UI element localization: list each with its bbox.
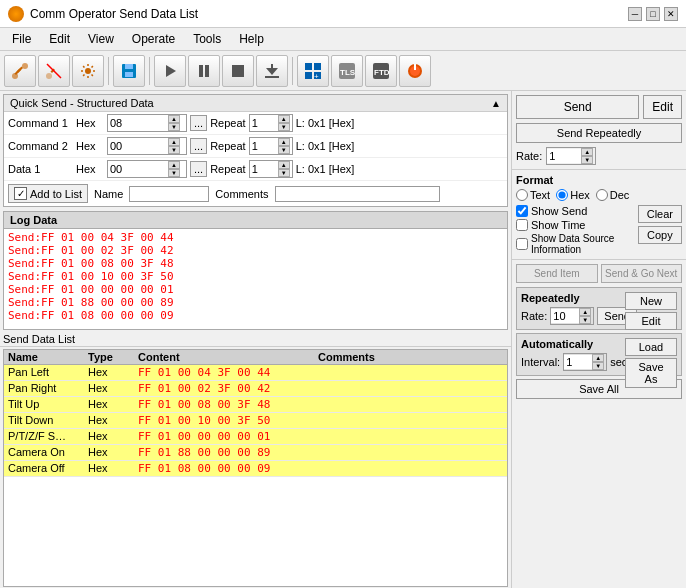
toolbar-tls-btn[interactable]: TLS xyxy=(331,55,363,87)
rep-rate-input[interactable] xyxy=(551,309,579,323)
format-text-input[interactable] xyxy=(516,189,528,201)
rate-field[interactable]: ▲ ▼ xyxy=(546,147,596,165)
menu-edit[interactable]: Edit xyxy=(41,30,78,48)
interval-input[interactable] xyxy=(564,355,592,369)
toolbar-pause-btn[interactable] xyxy=(188,55,220,87)
send-item-button[interactable]: Send Item xyxy=(516,264,598,283)
show-send-checkbox[interactable] xyxy=(516,205,528,217)
cmd2-hex-field[interactable]: ▲ ▼ xyxy=(107,137,187,155)
data1-dots-btn[interactable]: ... xyxy=(190,161,207,177)
dl-name: Tilt Down xyxy=(8,414,88,427)
toolbar-stop-btn[interactable] xyxy=(222,55,254,87)
copy-button[interactable]: Copy xyxy=(638,226,682,244)
add-to-list-checkbox[interactable]: ✓ xyxy=(14,187,27,200)
toolbar-grid-btn[interactable]: + xyxy=(297,55,329,87)
data1-repeat-field[interactable]: ▲ ▼ xyxy=(249,160,293,178)
cmd1-hex-field[interactable]: ▲ ▼ xyxy=(107,114,187,132)
data1-hex-field[interactable]: ▲ ▼ xyxy=(107,160,187,178)
show-time-checkbox[interactable] xyxy=(516,219,528,231)
clear-button[interactable]: Clear xyxy=(638,205,682,223)
data1-repeat-down[interactable]: ▼ xyxy=(278,169,290,177)
save-as-button[interactable]: Save As xyxy=(625,358,677,388)
edit-button[interactable]: Edit xyxy=(643,95,682,119)
cmd1-repeat-up[interactable]: ▲ xyxy=(278,115,290,123)
data1-spin-up[interactable]: ▲ xyxy=(168,161,180,169)
bottom-edit-button[interactable]: Edit xyxy=(625,312,677,330)
log-content[interactable]: Send:FF 01 00 04 3F 00 44 Send:FF 01 00 … xyxy=(4,229,507,329)
toolbar-link-btn[interactable] xyxy=(4,55,36,87)
data1-input[interactable] xyxy=(108,162,168,176)
format-text-radio[interactable]: Text xyxy=(516,189,550,201)
send-repeatedly-button[interactable]: Send Repeatedly xyxy=(516,123,682,143)
toolbar-save-btn[interactable] xyxy=(113,55,145,87)
cmd2-repeat-down[interactable]: ▼ xyxy=(278,146,290,154)
menu-tools[interactable]: Tools xyxy=(185,30,229,48)
cmd1-repeat-down[interactable]: ▼ xyxy=(278,123,290,131)
comments-input[interactable] xyxy=(275,186,440,202)
cmd1-dots-btn[interactable]: ... xyxy=(190,115,207,131)
toolbar-power-btn[interactable] xyxy=(399,55,431,87)
send-go-next-button[interactable]: Send & Go Next xyxy=(601,264,683,283)
svg-point-4 xyxy=(85,68,91,74)
sd-scroll-up[interactable]: ▲ xyxy=(491,98,501,109)
load-button[interactable]: Load xyxy=(625,338,677,356)
cmd2-input[interactable] xyxy=(108,139,168,153)
data1-spin-down[interactable]: ▼ xyxy=(168,169,180,177)
menu-help[interactable]: Help xyxy=(231,30,272,48)
cmd1-input[interactable] xyxy=(108,116,168,130)
add-to-list-button[interactable]: ✓ Add to List xyxy=(8,184,88,203)
minimize-button[interactable]: ─ xyxy=(628,7,642,21)
list-item[interactable]: Pan Left Hex FF 01 00 04 3F 00 44 xyxy=(4,365,507,381)
format-hex-radio[interactable]: Hex xyxy=(556,189,590,201)
menu-file[interactable]: File xyxy=(4,30,39,48)
data1-repeat-input[interactable] xyxy=(250,162,278,176)
list-item[interactable]: P/T/Z/F S… Hex FF 01 00 00 00 00 01 xyxy=(4,429,507,445)
rate-spin-up[interactable]: ▲ xyxy=(581,148,593,156)
cmd1-spin-down[interactable]: ▼ xyxy=(168,123,180,131)
name-input[interactable] xyxy=(129,186,209,202)
cmd2-spin-down[interactable]: ▼ xyxy=(168,146,180,154)
show-data-source-checkbox[interactable] xyxy=(516,238,528,250)
rate-input[interactable] xyxy=(547,149,581,163)
menu-operate[interactable]: Operate xyxy=(124,30,183,48)
cmd1-repeat-field[interactable]: ▲ ▼ xyxy=(249,114,293,132)
toolbar-settings-btn[interactable] xyxy=(72,55,104,87)
toolbar-download-btn[interactable] xyxy=(256,55,288,87)
list-item[interactable]: Tilt Down Hex FF 01 00 10 00 3F 50 xyxy=(4,413,507,429)
cmd1-spin-up[interactable]: ▲ xyxy=(168,115,180,123)
cmd2-repeat-up[interactable]: ▲ xyxy=(278,138,290,146)
cmd2-spin-up[interactable]: ▲ xyxy=(168,138,180,146)
cmd2-repeat-input[interactable] xyxy=(250,139,278,153)
rep-rate-field[interactable]: ▲ ▼ xyxy=(550,307,594,325)
format-dec-input[interactable] xyxy=(596,189,608,201)
show-send-check[interactable]: Show Send xyxy=(516,205,638,217)
toolbar-ftd-btn[interactable]: FTD xyxy=(365,55,397,87)
interval-down[interactable]: ▼ xyxy=(592,362,604,370)
new-button[interactable]: New xyxy=(625,292,677,310)
interval-field[interactable]: ▲ ▼ xyxy=(563,353,607,371)
cmd2-repeat-field[interactable]: ▲ ▼ xyxy=(249,137,293,155)
cmd2-dots-btn[interactable]: ... xyxy=(190,138,207,154)
data-list-content[interactable]: Pan Left Hex FF 01 00 04 3F 00 44 Pan Ri… xyxy=(3,364,508,587)
list-item[interactable]: Camera On Hex FF 01 88 00 00 00 89 xyxy=(4,445,507,461)
show-data-source-check[interactable]: Show Data Source Information xyxy=(516,233,638,255)
send-button[interactable]: Send xyxy=(516,95,639,119)
window-controls[interactable]: ─ □ ✕ xyxy=(628,7,678,21)
list-item[interactable]: Camera Off Hex FF 01 08 00 00 00 09 xyxy=(4,461,507,477)
cmd1-repeat-input[interactable] xyxy=(250,116,278,130)
toolbar-unlink-btn[interactable] xyxy=(38,55,70,87)
format-dec-radio[interactable]: Dec xyxy=(596,189,630,201)
close-button[interactable]: ✕ xyxy=(664,7,678,21)
list-item[interactable]: Tilt Up Hex FF 01 00 08 00 3F 48 xyxy=(4,397,507,413)
show-time-check[interactable]: Show Time xyxy=(516,219,638,231)
maximize-button[interactable]: □ xyxy=(646,7,660,21)
menu-view[interactable]: View xyxy=(80,30,122,48)
rep-rate-down[interactable]: ▼ xyxy=(579,316,591,324)
data1-repeat-up[interactable]: ▲ xyxy=(278,161,290,169)
list-item[interactable]: Pan Right Hex FF 01 00 02 3F 00 42 xyxy=(4,381,507,397)
rep-rate-up[interactable]: ▲ xyxy=(579,308,591,316)
rate-spin-down[interactable]: ▼ xyxy=(581,156,593,164)
toolbar-play-btn[interactable] xyxy=(154,55,186,87)
format-hex-input[interactable] xyxy=(556,189,568,201)
interval-up[interactable]: ▲ xyxy=(592,354,604,362)
